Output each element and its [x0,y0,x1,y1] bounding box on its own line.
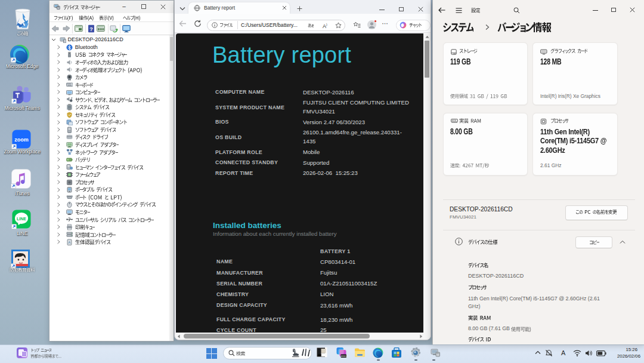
svg-text:M365: M365 [341,355,346,358]
svg-text:LINE: LINE [17,217,26,221]
svg-text:?: ? [89,26,93,32]
svg-text:zoom: zoom [14,137,29,143]
